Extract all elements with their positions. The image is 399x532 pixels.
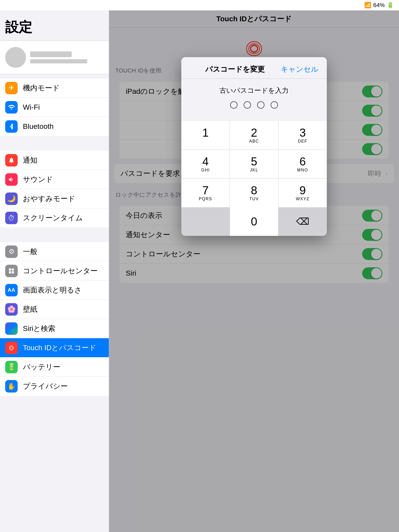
- battery-percent: 64%: [373, 2, 385, 9]
- svg-point-4: [10, 346, 13, 349]
- controlcenter-icon: [5, 265, 18, 277]
- wifi-icon: [5, 101, 18, 114]
- battery-sidebar-icon: 🔋: [5, 361, 18, 373]
- key-empty: [181, 207, 230, 236]
- sidebar-item-label-bluetooth: Bluetooth: [23, 122, 54, 131]
- battery-icon: 🔋: [387, 2, 394, 9]
- sidebar-item-label-screentime: スクリーンタイム: [23, 213, 83, 223]
- avatar: [5, 47, 26, 68]
- sidebar-item-label-siri: Siriと検索: [23, 324, 55, 334]
- sidebar-item-general[interactable]: ⚙ 一般: [0, 242, 109, 261]
- key-6[interactable]: 6 MNO: [278, 150, 327, 178]
- sidebar-profile[interactable]: [0, 41, 109, 74]
- sidebar-section-1: ✈ 機内モード Wi-Fi Bluetooth: [0, 78, 109, 136]
- sidebar-item-display[interactable]: AA 画面表示と明るさ: [0, 281, 109, 300]
- dot-3: [257, 101, 264, 109]
- profile-info: [30, 51, 104, 63]
- sidebar-item-sound[interactable]: サウンド: [0, 170, 109, 189]
- passcode-dots: [190, 101, 318, 109]
- notification-icon: [5, 154, 18, 167]
- key-0[interactable]: 0: [230, 207, 278, 236]
- separator-1: [0, 136, 109, 147]
- passcode-dialog: パスコードを変更 キャンセル 古いパスコードを入力 1: [181, 57, 327, 236]
- sidebar-item-bluetooth[interactable]: Bluetooth: [0, 117, 109, 136]
- dialog-overlay: パスコードを変更 キャンセル 古いパスコードを入力 1: [109, 10, 399, 532]
- sidebar-title: 設定: [0, 10, 109, 41]
- key-4[interactable]: 4 GHI: [181, 150, 230, 178]
- dialog-body: 古いパスコードを入力: [181, 79, 327, 121]
- bluetooth-icon: [5, 120, 18, 133]
- sidebar-item-label-display: 画面表示と明るさ: [23, 285, 82, 295]
- sidebar-item-label-touchid: Touch IDとパスコード: [23, 343, 97, 353]
- display-icon: AA: [5, 284, 18, 296]
- sidebar-item-privacy[interactable]: ✋ プライバシー: [0, 377, 109, 396]
- sidebar-item-label-notification: 通知: [23, 155, 37, 165]
- svg-rect-0: [9, 268, 11, 271]
- dialog-subtitle: 古いパスコードを入力: [190, 86, 318, 95]
- sidebar-item-label-battery: バッテリー: [23, 362, 60, 372]
- sidebar-item-label-wallpaper: 壁紙: [23, 304, 37, 314]
- sidebar-item-label-sound: サウンド: [23, 175, 53, 184]
- key-5[interactable]: 5 JKL: [230, 150, 278, 178]
- main-content: Touch IDとパスコード TOUCH IDを使用: iPadのロックを解除: [109, 10, 399, 532]
- key-3[interactable]: 3 DEF: [278, 121, 327, 150]
- profile-subtitle: [30, 59, 87, 63]
- sidebar-item-controlcenter[interactable]: コントロールセンター: [0, 261, 109, 281]
- sidebar-item-label-wifi: Wi-Fi: [23, 103, 40, 111]
- sidebar-item-wallpaper[interactable]: 🌸 壁紙: [0, 300, 109, 319]
- dialog-title: パスコードを変更: [190, 64, 281, 74]
- svg-rect-3: [12, 271, 14, 274]
- sidebar-section-3: ⚙ 一般 コントロールセンター AA 画面表示と明るさ 🌸 壁紙: [0, 242, 109, 396]
- dialog-cancel-button[interactable]: キャンセル: [281, 64, 318, 74]
- profile-name: [30, 51, 72, 57]
- sidebar-item-siri[interactable]: Siriと検索: [0, 319, 109, 338]
- key-1[interactable]: 1: [181, 121, 230, 150]
- airplane-icon: ✈: [5, 82, 18, 94]
- sidebar-item-label-donotdisturb: おやすみモード: [23, 194, 75, 204]
- sidebar-item-notification[interactable]: 通知: [0, 151, 109, 170]
- sidebar-item-airplane[interactable]: ✈ 機内モード: [0, 78, 109, 98]
- svg-rect-2: [9, 271, 11, 274]
- key-2[interactable]: 2 ABC: [230, 121, 278, 150]
- sidebar-item-label-airplane: 機内モード: [23, 83, 60, 93]
- dot-1: [230, 101, 237, 109]
- sound-icon: [5, 173, 18, 186]
- numpad: 1 2 ABC 3 DEF 4 GHI: [181, 121, 327, 207]
- key-9[interactable]: 9 WXYZ: [278, 179, 327, 207]
- svg-rect-1: [12, 268, 14, 271]
- status-bar: 📶 64% 🔋: [0, 0, 399, 10]
- screentime-icon: ⏱: [5, 212, 18, 224]
- main-layout: 設定 ✈ 機内モード Wi-Fi: [0, 10, 399, 532]
- sidebar-item-label-general: 一般: [23, 247, 37, 257]
- sidebar-item-label-privacy: プライバシー: [23, 381, 68, 391]
- general-icon: ⚙: [5, 245, 18, 258]
- sidebar: 設定 ✈ 機内モード Wi-Fi: [0, 10, 109, 532]
- sidebar-item-wifi[interactable]: Wi-Fi: [0, 98, 109, 117]
- touchid-icon: [5, 342, 18, 354]
- numpad-bottom: 0 ⌫: [181, 207, 327, 236]
- status-icons: 📶 64% 🔋: [364, 2, 394, 9]
- wallpaper-icon: 🌸: [5, 303, 18, 316]
- privacy-icon: ✋: [5, 380, 18, 393]
- wifi-icon: 📶: [364, 2, 371, 9]
- dialog-header: パスコードを変更 キャンセル: [181, 57, 327, 79]
- key-7[interactable]: 7 PQRS: [181, 179, 230, 207]
- sidebar-item-screentime[interactable]: ⏱ スクリーンタイム: [0, 208, 109, 228]
- key-backspace[interactable]: ⌫: [278, 207, 327, 236]
- donotdisturb-icon: 🌙: [5, 192, 18, 205]
- key-8[interactable]: 8 TUV: [230, 179, 278, 207]
- sidebar-item-battery[interactable]: 🔋 バッテリー: [0, 357, 109, 377]
- dot-4: [271, 101, 278, 109]
- separator-2: [0, 228, 109, 238]
- sidebar-item-touchid[interactable]: Touch IDとパスコード: [0, 338, 109, 357]
- dot-2: [244, 101, 251, 109]
- siri-icon: [5, 322, 18, 335]
- sidebar-item-donotdisturb[interactable]: 🌙 おやすみモード: [0, 189, 109, 208]
- sidebar-item-label-controlcenter: コントロールセンター: [23, 266, 98, 276]
- sidebar-section-2: 通知 サウンド 🌙 おやすみモード ⏱ スクリーンタイム: [0, 151, 109, 228]
